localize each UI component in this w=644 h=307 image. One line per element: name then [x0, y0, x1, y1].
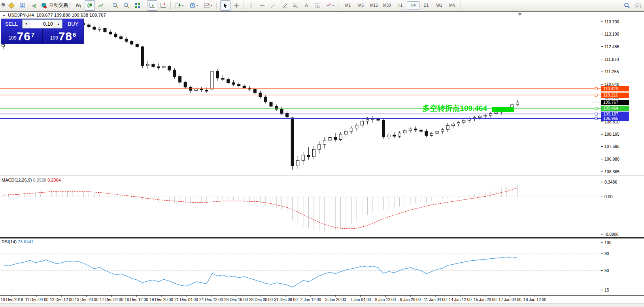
timeframe-button-d1[interactable]: D1 [420, 1, 432, 10]
volume-decrease-button[interactable]: ▼ [23, 20, 30, 28]
price-tick-label: 15 [604, 288, 609, 293]
bar-chart-icon[interactable] [74, 0, 84, 11]
text-icon[interactable]: A [301, 0, 312, 11]
candle-body [441, 130, 444, 131]
buy-price[interactable]: 109 78 6 [43, 29, 83, 44]
timeframe-button-m15[interactable]: M15 [368, 1, 380, 10]
pivot-highlight-box[interactable] [492, 107, 514, 112]
pivot-annotation-text[interactable]: 多空转折点109.464 [422, 104, 487, 112]
candle-body [398, 133, 401, 136]
periods-icon[interactable]: ▾ [187, 0, 200, 11]
candle-body [463, 120, 465, 122]
volume-increase-button[interactable]: ▲ [55, 20, 62, 28]
text-label-icon[interactable]: T [312, 0, 323, 11]
line-handle[interactable] [595, 117, 597, 120]
rsi-value: 73.6441 [18, 239, 34, 244]
candle-body [109, 32, 112, 34]
line-handle[interactable] [595, 107, 597, 110]
timeframe-button-w1[interactable]: W1 [433, 1, 446, 10]
candlestick-chart-canvas[interactable]: 多空转折点109.464 [0, 12, 644, 307]
timeframe-button-h1[interactable]: H1 [394, 1, 406, 10]
time-tick-label: 14 Jan 12:00 [449, 298, 472, 302]
time-tick-label: 11 Jan 04:00 [424, 298, 446, 302]
candle-body [152, 64, 155, 66]
candle-body [489, 113, 492, 115]
timeframe-button-h4[interactable]: H4 [407, 1, 419, 10]
candle-body [495, 112, 497, 113]
line-chart-icon[interactable] [96, 0, 106, 11]
chart-shift-marker-icon[interactable] [518, 13, 522, 16]
arrows-icon[interactable]: ▾ [323, 0, 336, 11]
sell-button[interactable]: SELL [1, 19, 22, 29]
time-tick-label: 17 Jan 04:00 [499, 298, 521, 302]
collapse-marker-icon[interactable]: ▲ [2, 13, 6, 17]
chat-icon[interactable] [633, 0, 643, 11]
volume-stepper: ▼ 0.10 ▲ [22, 19, 62, 28]
candle-body [312, 149, 315, 157]
rsi-panel-separator[interactable] [0, 237, 644, 239]
chart-title-row: ▲ USDJPY-,H4 109.677 109.880 109.638 109… [2, 13, 106, 17]
horizontal-line-icon[interactable] [257, 0, 267, 11]
timeframe-button-m5[interactable]: M5 [355, 1, 367, 10]
vertical-line-icon[interactable] [246, 0, 256, 11]
search-icon[interactable] [622, 0, 632, 11]
one-click-trading-panel: SELL ▼ 0.10 ▲ BUY 109 76 7 109 78 6 [1, 19, 84, 44]
candle-body [323, 140, 326, 144]
timeframe-button-mn[interactable]: MN [446, 1, 459, 10]
time-tick-label: 19 Dec 20:00 [149, 298, 173, 302]
tile-windows-icon[interactable] [132, 0, 143, 11]
time-tick-label: 11 Dec 04:00 [25, 298, 49, 302]
equidistant-channel-icon[interactable]: E [279, 0, 289, 11]
zoom-out-icon[interactable] [121, 0, 132, 11]
macd-panel-separator[interactable] [0, 176, 644, 177]
candle-body [473, 117, 476, 118]
autotrade-icon[interactable] [40, 0, 48, 11]
sell-price-prefix: 109 [9, 35, 17, 41]
timeframe-button-m1[interactable]: M1 [342, 1, 354, 10]
fibonacci-icon[interactable]: F [290, 0, 300, 11]
chart-area[interactable]: 多空转折点109.464 ▲ USDJPY-,H4 109.677 109.88… [0, 12, 644, 307]
line-handle[interactable] [595, 87, 597, 90]
candle-body [195, 89, 197, 90]
price-axis-border [601, 12, 601, 295]
line-handle[interactable] [595, 113, 597, 115]
timeframe-button-m30[interactable]: M30 [381, 1, 393, 10]
sell-price-big: 76 [17, 30, 31, 43]
new-order-button[interactable]: 单 [1, 2, 6, 9]
candle-body [419, 130, 422, 131]
candle-body [136, 44, 138, 47]
candle-body [104, 28, 106, 32]
chart-window-icon[interactable] [6, 0, 17, 11]
candle-body [179, 76, 181, 82]
candle-body [318, 144, 321, 149]
auto-scroll-icon[interactable] [147, 0, 157, 11]
trendline-icon[interactable] [268, 0, 278, 11]
templates-icon[interactable]: ▾ [201, 0, 215, 11]
candle-body [409, 129, 412, 131]
candle-body [275, 106, 278, 109]
time-tick-label: 26 Dec 16:00 [224, 298, 248, 302]
price-tick-label: 106.365 [604, 169, 619, 174]
indicators-icon[interactable]: ▾ [173, 0, 186, 11]
macd-indicator-label: MACD(12,26,9) 0.2928 0.2064 [2, 178, 61, 182]
chart-title: USDJPY-,H4 [8, 13, 34, 17]
zoom-in-icon[interactable] [110, 0, 121, 11]
crosshair-icon[interactable] [231, 0, 242, 11]
candle-body [382, 120, 385, 137]
cursor-icon[interactable] [220, 0, 230, 11]
profile-icon[interactable] [17, 0, 28, 11]
candle-body [162, 66, 165, 68]
mt4-window: { "toolbar": { "new_order_partial": "单",… [0, 0, 644, 307]
autotrade-label[interactable]: 自动交易 [49, 2, 68, 9]
time-tick-label: 18 Jan 12:00 [523, 298, 546, 302]
candle-body [355, 125, 358, 128]
volume-field[interactable]: 0.10 [30, 20, 55, 28]
chart-shift-icon[interactable] [158, 0, 168, 11]
sell-price[interactable]: 109 76 7 [1, 29, 43, 44]
line-handle[interactable] [595, 94, 597, 96]
price-tick-label: 50 [604, 268, 609, 273]
candlestick-chart-icon[interactable] [85, 0, 95, 11]
time-tick-label: 2 Jan 12:00 [300, 298, 321, 302]
buy-button[interactable]: BUY [63, 19, 83, 29]
signal-icon[interactable] [28, 0, 39, 11]
